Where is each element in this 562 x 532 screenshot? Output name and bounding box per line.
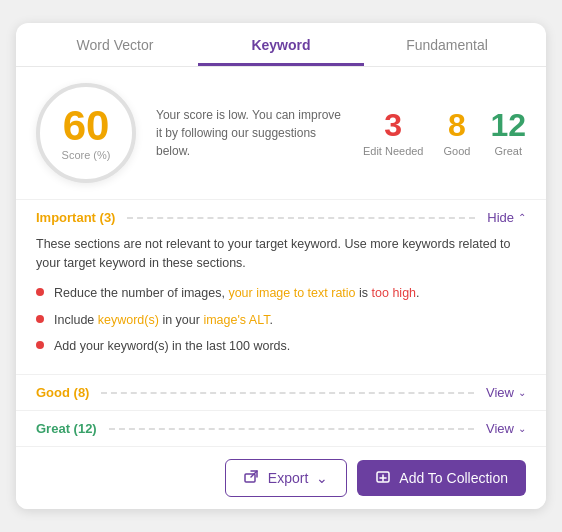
great-action-label: View [486,421,514,436]
metrics-container: 3 Edit Needed 8 Good 12 Great [363,109,526,157]
metric-good: 8 Good [443,109,470,157]
bullet-2-text: Include keyword(s) in your image's ALT. [54,311,273,330]
important-title: Important (3) [36,210,115,225]
bullet-dot-1 [36,288,44,296]
export-label: Export [268,470,308,486]
important-body: These sections are not relevant to your … [36,235,526,356]
important-section: Important (3) Hide ⌃ These sections are … [16,200,546,375]
score-value: 60 [63,105,110,147]
tab-keyword[interactable]: Keyword [198,23,364,66]
great-title: Great (12) [36,421,97,436]
important-divider [127,217,475,219]
score-description: Your score is low. You can improve it by… [156,106,347,160]
collection-icon [375,470,391,486]
export-chevron-icon: ⌄ [316,470,328,486]
metric-great: 12 Great [490,109,526,157]
metric-edit-value: 3 [384,109,402,141]
important-action[interactable]: Hide ⌃ [487,210,526,225]
score-circle: 60 Score (%) [36,83,136,183]
important-action-label: Hide [487,210,514,225]
metric-edit-needed: 3 Edit Needed [363,109,424,157]
bullet-3-text: Add your keyword(s) in the last 100 word… [54,337,290,356]
metric-good-value: 8 [448,109,466,141]
metric-great-value: 12 [490,109,526,141]
good-action-label: View [486,385,514,400]
bullet-2-highlight-1: keyword(s) [98,313,159,327]
add-to-collection-button[interactable]: Add To Collection [357,460,526,496]
score-section: 60 Score (%) Your score is low. You can … [16,67,546,200]
important-bullets: Reduce the number of images, your image … [36,284,526,356]
good-title: Good (8) [36,385,89,400]
tabs-container: Word Vector Keyword Fundamental [16,23,546,67]
bullet-2: Include keyword(s) in your image's ALT. [36,311,526,330]
score-label: Score (%) [62,149,111,161]
bullet-dot-3 [36,341,44,349]
good-section-header: Good (8) View ⌄ [36,385,526,400]
tab-fundamental[interactable]: Fundamental [364,23,530,66]
metric-great-label: Great [494,145,522,157]
bullet-1-text: Reduce the number of images, your image … [54,284,420,303]
bullet-1-highlight-1: your image to text ratio [228,286,355,300]
great-section-header: Great (12) View ⌄ [36,421,526,436]
important-intro: These sections are not relevant to your … [36,235,526,274]
good-action[interactable]: View ⌄ [486,385,526,400]
good-section: Good (8) View ⌄ [16,375,546,411]
chevron-down-icon-good: ⌄ [518,387,526,398]
bullet-dot-2 [36,315,44,323]
important-section-header: Important (3) Hide ⌃ [36,210,526,225]
great-divider [109,428,474,430]
tab-word-vector[interactable]: Word Vector [32,23,198,66]
chevron-down-icon-great: ⌄ [518,423,526,434]
metric-edit-label: Edit Needed [363,145,424,157]
bullet-1-highlight-2: too high [372,286,416,300]
footer: Export ⌄ Add To Collection [16,447,546,509]
main-card: Word Vector Keyword Fundamental 60 Score… [16,23,546,509]
add-label: Add To Collection [399,470,508,486]
bullet-2-highlight-2: image's ALT [203,313,269,327]
great-action[interactable]: View ⌄ [486,421,526,436]
export-icon [244,470,260,486]
metric-good-label: Good [443,145,470,157]
bullet-1: Reduce the number of images, your image … [36,284,526,303]
chevron-up-icon: ⌃ [518,212,526,223]
export-button[interactable]: Export ⌄ [225,459,347,497]
great-section: Great (12) View ⌄ [16,411,546,447]
bullet-3: Add your keyword(s) in the last 100 word… [36,337,526,356]
good-divider [101,392,474,394]
